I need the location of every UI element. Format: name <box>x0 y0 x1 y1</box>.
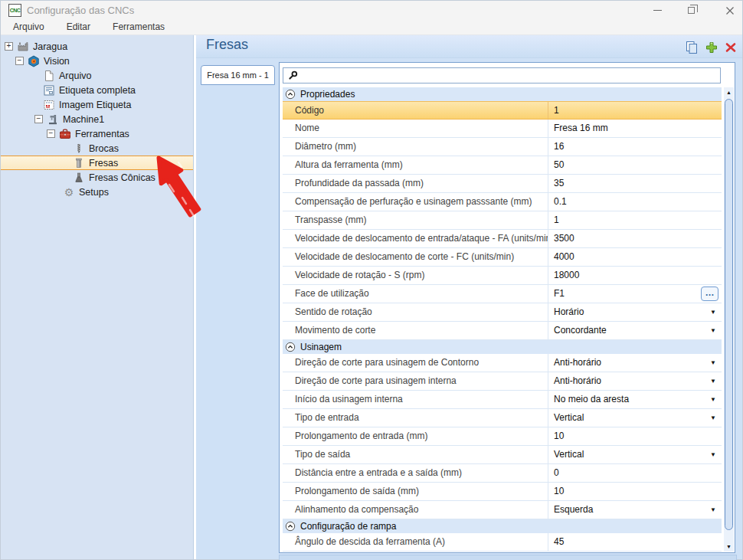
property-row[interactable]: Face de utilização F1… <box>283 285 722 303</box>
property-value[interactable]: 3500 <box>548 230 722 247</box>
collapse-minus-icon[interactable]: − <box>34 115 43 123</box>
property-row[interactable]: Velocidade de deslocamento de entrada/at… <box>283 230 722 248</box>
dropdown-arrow-icon[interactable]: ▼ <box>710 396 716 403</box>
delete-button[interactable] <box>723 40 738 54</box>
minimize-icon <box>653 10 662 11</box>
tree-item-setups[interactable]: ⚙ Setups <box>1 185 193 199</box>
tree-item-vision[interactable]: − Vision <box>1 54 193 68</box>
menu-ferramentas[interactable]: Ferramentas <box>111 20 166 34</box>
property-value[interactable]: 45 <box>548 533 722 551</box>
property-row[interactable]: Tipo de entrada Vertical▼ <box>283 409 722 427</box>
property-value[interactable]: Horário▼ <box>548 303 722 321</box>
property-row[interactable]: Alinhamento da compensação Esquerda▼ <box>283 501 722 519</box>
property-value[interactable]: No meio da aresta▼ <box>548 391 722 408</box>
property-value[interactable]: Fresa 16 mm <box>548 120 722 137</box>
section-header-propriedades[interactable]: Propriedades <box>283 87 722 101</box>
property-row[interactable]: Direção de corte para usinagem interna A… <box>283 372 722 391</box>
collapse-minus-icon[interactable]: − <box>15 57 24 65</box>
property-label: Velocidade de deslocamento de entrada/at… <box>283 230 548 247</box>
maximize-button[interactable] <box>679 1 702 20</box>
property-row[interactable]: Prolongamento de saída (mm) 10 <box>283 483 722 501</box>
dropdown-arrow-icon[interactable]: ▼ <box>710 359 716 366</box>
property-row[interactable]: Tipo de saída Vertical▼ <box>283 446 722 464</box>
tab-fresa-16mm-1[interactable]: Fresa 16 mm - 1 <box>201 65 275 85</box>
dropdown-arrow-icon[interactable]: ▼ <box>710 506 716 513</box>
property-value[interactable]: Vertical▼ <box>548 409 722 427</box>
property-row[interactable]: Início da usinagem interna No meio da ar… <box>283 391 722 409</box>
property-value[interactable]: 1 <box>548 211 722 229</box>
property-value[interactable]: F1… <box>548 285 722 303</box>
dropdown-arrow-icon[interactable]: ▼ <box>710 327 716 334</box>
property-row[interactable]: Nome Fresa 16 mm <box>283 120 722 138</box>
property-row[interactable]: Transpasse (mm) 1 <box>283 211 722 230</box>
collapse-minus-icon[interactable]: − <box>47 129 55 138</box>
menu-editar[interactable]: Editar <box>65 20 92 34</box>
property-row[interactable]: Profundidade da passada (mm) 35 <box>283 175 722 193</box>
property-value[interactable]: Anti-horário▼ <box>548 372 722 390</box>
property-row[interactable]: Altura da ferramenta (mm) 50 <box>283 156 722 175</box>
property-value[interactable]: Concordante▼ <box>548 322 722 339</box>
dropdown-arrow-icon[interactable]: ▼ <box>710 451 716 458</box>
property-value[interactable]: 4000 <box>548 248 722 266</box>
dropdown-arrow-icon[interactable]: ▼ <box>710 378 716 385</box>
property-value[interactable]: 18000 <box>548 267 722 284</box>
property-value[interactable]: 1 <box>548 102 722 119</box>
copy-button[interactable] <box>684 40 699 54</box>
ellipsis-button[interactable]: … <box>701 287 718 301</box>
property-row[interactable]: Distância entre a entrada e a saída (mm)… <box>283 464 722 483</box>
property-value[interactable]: 10 <box>548 483 722 500</box>
property-row[interactable]: Velocidade de deslocamento de corte - FC… <box>283 248 722 267</box>
property-label: Ângulo de descida da ferramenta (A) <box>283 533 548 551</box>
tree-item-jaragua[interactable]: + Jaragua <box>1 39 193 54</box>
collapse-chevron-icon[interactable] <box>285 89 296 100</box>
tree-item-imagem-etiqueta[interactable]: Imagem Etiqueta <box>1 97 193 112</box>
scrollbar-thumb[interactable] <box>725 99 733 530</box>
expand-plus-icon[interactable]: + <box>5 42 13 51</box>
dropdown-arrow-icon[interactable]: ▼ <box>710 414 716 421</box>
property-label: Nome <box>283 120 548 137</box>
property-row[interactable]: Ângulo de descida da ferramenta (A) 45 <box>283 533 722 552</box>
minimize-button[interactable] <box>646 1 669 20</box>
property-row[interactable]: Código 1 <box>283 101 722 120</box>
close-button[interactable] <box>718 1 741 20</box>
property-grid: Propriedades Código 1 Nome Fresa 16 mm D… <box>283 87 722 552</box>
tree-item-etiqueta-completa[interactable]: Etiqueta completa <box>1 83 193 97</box>
tree-item-brocas[interactable]: Brocas <box>1 141 193 156</box>
tree-item-fresas[interactable]: Fresas <box>1 156 193 170</box>
property-value[interactable]: 35 <box>548 175 722 192</box>
menu-arquivo[interactable]: Arquivo <box>11 20 46 34</box>
property-row[interactable]: Direção de corte para usinagem de Contor… <box>283 354 722 372</box>
search-box[interactable] <box>283 67 721 84</box>
vertical-scrollbar[interactable]: ▲ ▼ <box>724 87 734 552</box>
property-row[interactable]: Sentido de rotação Horário▼ <box>283 303 722 322</box>
property-row[interactable]: Compensação de perfuração e usinagem pas… <box>283 193 722 211</box>
property-value[interactable]: Vertical▼ <box>548 446 722 463</box>
tree-item-ferramentas[interactable]: − Ferramentas <box>1 126 193 141</box>
section-header-usinagem[interactable]: Usinagem <box>283 340 722 354</box>
property-row[interactable]: Prolongamento de entrada (mm) 10 <box>283 427 722 446</box>
property-row[interactable]: Velocidade de rotação - S (rpm) 18000 <box>283 267 722 285</box>
add-button[interactable] <box>704 40 718 54</box>
property-value[interactable]: 50 <box>548 156 722 174</box>
property-value[interactable]: 0.1 <box>548 193 722 211</box>
property-label: Prolongamento de saída (mm) <box>283 483 548 500</box>
property-row[interactable]: Diâmetro (mm) 16 <box>283 138 722 156</box>
property-value[interactable]: 0 <box>548 464 722 482</box>
property-row[interactable]: Movimento de corte Concordante▼ <box>283 322 722 340</box>
property-value[interactable]: Esquerda▼ <box>548 501 722 519</box>
tree-item-fresas-conicas[interactable]: Fresas Cônicas <box>1 170 193 185</box>
label-document-icon <box>43 84 55 97</box>
close-icon <box>725 6 735 15</box>
property-value[interactable]: 16 <box>548 138 722 156</box>
tree-item-machine1[interactable]: − Machine1 <box>1 112 193 126</box>
scroll-down-icon[interactable]: ▼ <box>724 542 734 552</box>
section-header-rampa[interactable]: Configuração de rampa <box>283 519 722 533</box>
dropdown-arrow-icon[interactable]: ▼ <box>710 309 716 316</box>
property-value[interactable]: Anti-horário▼ <box>548 354 722 372</box>
scroll-up-icon[interactable]: ▲ <box>724 87 734 97</box>
tree-item-arquivo[interactable]: Arquivo <box>1 68 193 83</box>
collapse-chevron-icon[interactable] <box>285 521 296 532</box>
property-value[interactable]: 10 <box>548 427 722 445</box>
search-input[interactable] <box>303 69 720 82</box>
collapse-chevron-icon[interactable] <box>285 342 296 352</box>
